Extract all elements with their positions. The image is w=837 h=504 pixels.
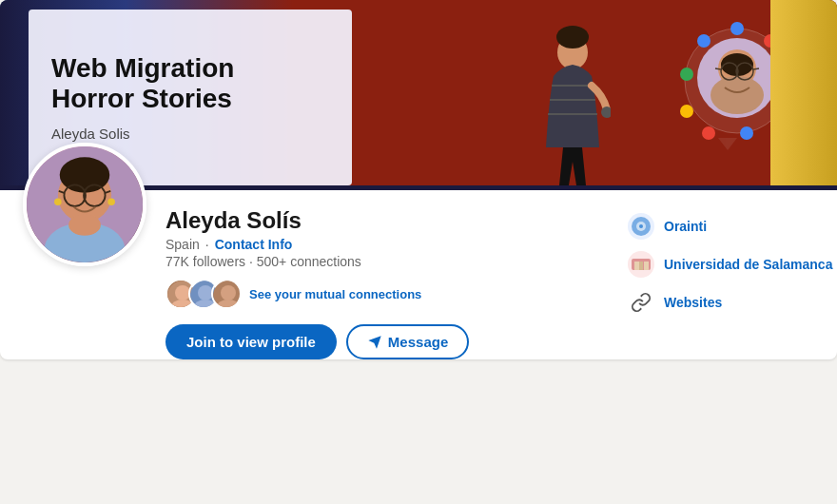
right-panel: ··· Orainti — [590, 190, 837, 359]
svg-point-13 — [680, 105, 693, 118]
mutual-connections-link[interactable]: See your mutual connections — [249, 287, 421, 301]
action-buttons: Join to view profile Message — [165, 324, 567, 359]
dot-separator: · — [205, 237, 209, 252]
profile-avatar — [23, 143, 146, 266]
university-label[interactable]: Universidad de Salamanca — [664, 257, 832, 272]
message-icon — [367, 335, 382, 350]
join-button[interactable]: Join to view profile — [165, 324, 337, 359]
join-button-label: Join to view profile — [186, 334, 316, 350]
svg-point-29 — [68, 214, 101, 236]
profile-location: Spain — [165, 237, 200, 252]
websites-item[interactable]: Websites — [628, 289, 837, 316]
company-item[interactable]: Orainti — [628, 213, 837, 240]
profile-header: Aleyda Solís Spain · Contact Info 77K fo… — [0, 190, 590, 359]
message-button-label: Message — [388, 334, 448, 350]
svg-point-48 — [639, 224, 643, 228]
websites-icon — [628, 289, 654, 316]
stage-podium — [770, 0, 837, 190]
profile-card: Web Migration Horror Stories Aleyda Soli… — [0, 0, 837, 359]
svg-point-35 — [54, 198, 62, 205]
followers-count: 77K followers — [165, 254, 245, 269]
connections-count: 500+ connections — [257, 254, 361, 269]
profile-section: Aleyda Solís Spain · Contact Info 77K fo… — [0, 190, 837, 359]
contact-info-link[interactable]: Contact Info — [215, 237, 293, 252]
profile-name: Aleyda Solís — [165, 205, 567, 235]
university-item[interactable]: Universidad de Salamanca — [628, 251, 837, 278]
websites-label[interactable]: Websites — [664, 295, 722, 310]
message-button[interactable]: Message — [346, 324, 469, 359]
company-logo-icon — [630, 215, 652, 238]
slide-title-line1: Web Migration — [51, 53, 329, 84]
svg-point-36 — [107, 198, 115, 205]
profile-left: Aleyda Solís Spain · Contact Info 77K fo… — [0, 190, 590, 359]
svg-point-19 — [710, 76, 764, 114]
slide-presenter-name: Aleyda Solis — [51, 126, 329, 142]
mutual-avatars — [165, 279, 242, 309]
svg-point-18 — [721, 53, 753, 76]
university-icon — [628, 251, 654, 278]
stats-separator: · — [249, 254, 257, 269]
avatar-wrapper — [23, 143, 146, 359]
mutual-avatar-3 — [211, 279, 242, 309]
profile-info: Aleyda Solís Spain · Contact Info 77K fo… — [165, 190, 567, 359]
profile-stats: 77K followers · 500+ connections — [165, 254, 567, 269]
company-label[interactable]: Orainti — [664, 219, 707, 234]
svg-point-11 — [740, 126, 753, 140]
speaker-silhouette — [535, 24, 611, 190]
svg-point-44 — [221, 285, 236, 300]
university-logo-icon — [630, 253, 652, 276]
mutual-section: See your mutual connections — [165, 279, 567, 309]
svg-rect-50 — [634, 262, 639, 270]
svg-point-15 — [697, 34, 710, 48]
svg-point-12 — [702, 126, 715, 140]
slide-title-line2: Horror Stories — [51, 84, 329, 114]
link-icon — [631, 292, 652, 313]
svg-rect-51 — [639, 262, 643, 270]
svg-point-7 — [730, 22, 744, 35]
svg-line-23 — [715, 68, 721, 69]
svg-point-5 — [556, 26, 589, 48]
svg-point-14 — [680, 68, 693, 81]
company-icon — [628, 213, 654, 240]
svg-rect-52 — [644, 262, 649, 270]
svg-line-24 — [753, 68, 759, 69]
profile-meta: Spain · Contact Info — [165, 237, 567, 252]
